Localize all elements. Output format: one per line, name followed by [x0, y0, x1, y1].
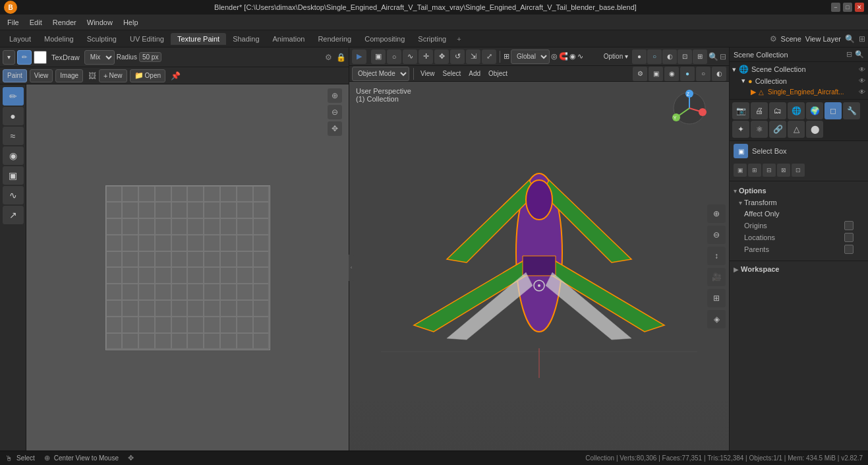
- outliner-filter[interactable]: ⊟: [846, 50, 852, 59]
- collapse-panel-button[interactable]: ‹: [349, 255, 354, 281]
- draw-tool[interactable]: ✏: [3, 87, 24, 106]
- move-icon[interactable]: ✥: [434, 49, 449, 64]
- snapping-icon[interactable]: 🧲: [559, 52, 568, 61]
- viewport-render-icon[interactable]: ⚙: [633, 67, 647, 81]
- image-button[interactable]: Image: [55, 69, 83, 82]
- tab-uv-editing[interactable]: UV Editing: [123, 33, 171, 45]
- tab-animation[interactable]: Animation: [266, 33, 312, 45]
- zoom-in-button[interactable]: ⊕: [707, 204, 726, 223]
- settings-icon[interactable]: ⚙: [325, 53, 332, 62]
- filter-icon-vp[interactable]: ⊟: [720, 52, 726, 61]
- particles-props-icon[interactable]: ✦: [732, 121, 749, 138]
- tab-rendering[interactable]: Rendering: [311, 33, 358, 45]
- viewport-render3-icon[interactable]: ◉: [664, 67, 679, 81]
- menu-window[interactable]: Window: [82, 17, 117, 28]
- locations-checkbox[interactable]: [844, 233, 854, 242]
- zoom-out-button[interactable]: ⊖: [707, 226, 726, 244]
- viewport-shading-rendered[interactable]: ◐: [662, 49, 677, 64]
- modifier-props-icon[interactable]: 🔧: [843, 102, 860, 119]
- view-menu[interactable]: View: [418, 67, 438, 81]
- options-button[interactable]: Option ▾: [601, 49, 631, 64]
- options-header[interactable]: ▾ Options: [734, 185, 864, 196]
- soften-tool[interactable]: ●: [3, 107, 24, 125]
- tab-sculpting[interactable]: Sculpting: [80, 33, 123, 45]
- viewport-shading-solid[interactable]: ●: [632, 49, 647, 64]
- scene-collection-row[interactable]: ▾ 🌐 Scene Collection 👁: [730, 63, 868, 75]
- transform-orientation-select[interactable]: Global: [511, 49, 550, 64]
- mask-tool[interactable]: ∿: [3, 186, 24, 204]
- view-layer-props-icon[interactable]: 🗂: [769, 102, 786, 119]
- physics-props-icon[interactable]: ⚛: [751, 121, 768, 138]
- collection-row[interactable]: ▾ ● Collection 👁: [739, 75, 868, 86]
- viewport-material-icon[interactable]: ●: [680, 67, 695, 81]
- menu-help[interactable]: Help: [119, 17, 143, 28]
- output-props-icon[interactable]: 🖨: [751, 102, 768, 119]
- open-button[interactable]: 📁 Open: [130, 69, 165, 82]
- set-select-icon[interactable]: ▣: [734, 164, 747, 177]
- invert-select-icon[interactable]: ⊠: [777, 164, 790, 177]
- tab-compositing[interactable]: Compositing: [358, 33, 411, 45]
- gizmo-toggle[interactable]: ⊞: [693, 49, 707, 64]
- transform-header[interactable]: ▾ Transform: [739, 197, 859, 208]
- pan-up-button[interactable]: ↕: [707, 247, 726, 265]
- pan-uv[interactable]: ✥: [328, 121, 342, 136]
- cursor-icon[interactable]: ✛: [419, 49, 433, 64]
- zoom-out-uv[interactable]: ⊖: [328, 105, 342, 119]
- tab-scripting[interactable]: Scripting: [411, 33, 453, 45]
- collection-visibility-icon[interactable]: 👁: [859, 77, 865, 84]
- scene-props-icon[interactable]: 🌐: [788, 102, 805, 119]
- clone-tool[interactable]: ◉: [3, 146, 24, 165]
- proportional-icon[interactable]: ◉: [569, 52, 576, 61]
- constraints-props-icon[interactable]: 🔗: [769, 121, 786, 138]
- scene-visibility-icon[interactable]: 👁: [859, 66, 865, 73]
- object-mode-select[interactable]: Object Mode: [352, 67, 409, 81]
- rotate-icon[interactable]: ↺: [450, 49, 465, 64]
- intersect-select-icon[interactable]: ⊡: [792, 164, 805, 177]
- fill-tool[interactable]: ▣: [3, 166, 24, 185]
- viewport-x-ray-icon[interactable]: ◐: [712, 67, 726, 81]
- tab-modeling[interactable]: Modeling: [38, 33, 80, 45]
- lasso-select-icon[interactable]: ∿: [403, 49, 417, 64]
- search-icon[interactable]: 🔍: [845, 34, 855, 44]
- object-props-icon[interactable]: ◻: [825, 102, 842, 119]
- viewport-overlays[interactable]: ⊡: [678, 49, 692, 64]
- search-icon[interactable]: 🔍: [709, 52, 718, 61]
- workspace-header[interactable]: ▶ Workspace: [734, 265, 864, 273]
- object-row[interactable]: ▶ △ Single_Engined_Aircraft... 👁: [748, 86, 868, 98]
- local-view-button[interactable]: ◈: [707, 310, 726, 328]
- viewport-wire-icon[interactable]: ○: [696, 67, 710, 81]
- maximize-button[interactable]: □: [843, 3, 852, 12]
- object-menu[interactable]: Object: [486, 67, 510, 81]
- view-button[interactable]: View: [30, 69, 53, 82]
- transform-icon[interactable]: ⤢: [482, 49, 496, 64]
- viewport-render2-icon[interactable]: ▣: [649, 67, 663, 81]
- paint-button[interactable]: Paint: [3, 69, 27, 82]
- blend-mode-select[interactable]: Mix: [84, 50, 115, 65]
- close-button[interactable]: ✕: [855, 3, 864, 12]
- mode-selector[interactable]: ▾: [3, 50, 15, 65]
- tab-layout[interactable]: Layout: [3, 33, 38, 45]
- box-select-icon[interactable]: ▣: [371, 49, 386, 64]
- grid-button[interactable]: ⊞: [707, 289, 726, 307]
- extend-select-icon[interactable]: ⊞: [748, 164, 761, 177]
- camera-button[interactable]: 🎥: [707, 268, 726, 286]
- menu-edit[interactable]: Edit: [25, 17, 47, 28]
- outliner-search[interactable]: 🔍: [855, 50, 864, 59]
- add-workspace-button[interactable]: +: [453, 33, 465, 45]
- zoom-in-uv[interactable]: ⊕: [328, 88, 342, 103]
- material-props-icon[interactable]: ⬤: [806, 121, 823, 138]
- tab-shading[interactable]: Shading: [226, 33, 266, 45]
- add-menu[interactable]: Add: [466, 67, 483, 81]
- select-menu[interactable]: Select: [440, 67, 464, 81]
- render-props-icon[interactable]: 📷: [732, 102, 749, 119]
- world-props-icon[interactable]: 🌍: [806, 102, 823, 119]
- annotate-tool[interactable]: ↗: [3, 206, 24, 224]
- brush-button[interactable]: ✏: [17, 50, 32, 65]
- origins-checkbox[interactable]: [844, 221, 854, 230]
- menu-file[interactable]: File: [3, 17, 24, 28]
- viewport-shading-material[interactable]: ○: [647, 49, 662, 64]
- object-visibility-icon[interactable]: 👁: [859, 88, 865, 96]
- pivot-icon[interactable]: ◎: [551, 52, 558, 61]
- new-button[interactable]: + New: [99, 69, 127, 82]
- scale-icon[interactable]: ⇲: [466, 49, 480, 64]
